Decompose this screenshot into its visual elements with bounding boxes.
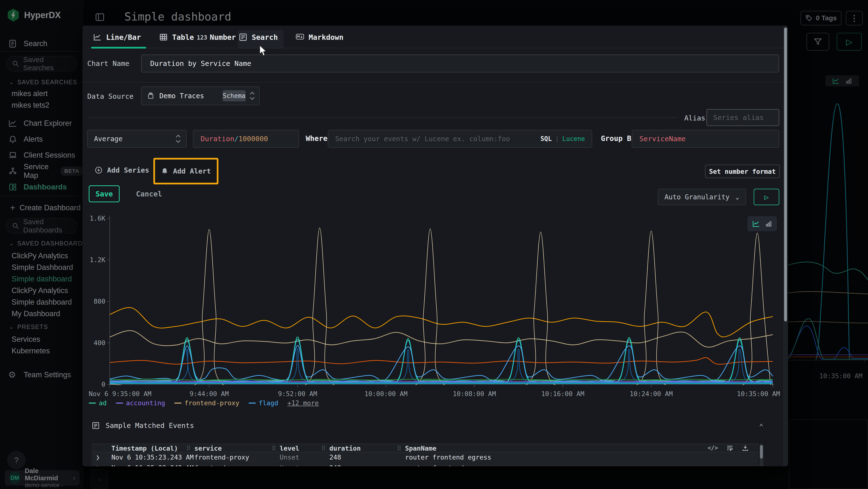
- chevron-down-icon: ⌄: [735, 193, 739, 201]
- column-header-duration[interactable]: duration: [329, 444, 361, 452]
- active-tab-underline: [91, 47, 146, 49]
- mouse-cursor: [257, 45, 268, 57]
- series-checkout: [110, 349, 773, 382]
- column-header-timestamp-local-[interactable]: Timestamp (Local): [112, 444, 178, 452]
- edit-chart-modal: Line/Bar Table 123Number Search Markdown…: [83, 26, 788, 466]
- legend-item-accounting[interactable]: accounting: [116, 399, 165, 407]
- tab-table[interactable]: Table: [159, 31, 194, 43]
- column-header-spanname[interactable]: SpanName: [405, 444, 436, 452]
- markdown-icon: [296, 33, 304, 41]
- lucene-toggle[interactable]: Lucene: [562, 135, 585, 142]
- group-by-input[interactable]: ServiceName: [632, 130, 779, 148]
- table-toolbar: </>: [708, 444, 749, 452]
- drag-handle-icon[interactable]: ⠿: [397, 445, 401, 452]
- legend-swatch: [249, 403, 256, 404]
- schema-badge: Schema: [222, 90, 246, 102]
- add-series-button[interactable]: Add Series: [94, 166, 149, 174]
- svg-text:10:00:00 AM: 10:00:00 AM: [364, 390, 407, 398]
- alias-input[interactable]: Series alias: [707, 109, 779, 126]
- drag-handle-icon[interactable]: ⠿: [321, 445, 326, 452]
- selector-chevrons-icon: [250, 92, 254, 99]
- table-icon: [159, 33, 168, 41]
- collapse-section-chevron[interactable]: ⌃: [759, 422, 763, 431]
- granularity-select[interactable]: Auto Granularity ⌄: [658, 189, 746, 205]
- cell-service: frontend-proxy: [194, 454, 249, 461]
- list-search-icon: [239, 33, 247, 41]
- svg-text:10:35:00 AM: 10:35:00 AM: [737, 390, 780, 398]
- cell-spanname: router frontend egress: [405, 464, 491, 466]
- where-label: Where: [306, 134, 328, 143]
- svg-text:0: 0: [101, 381, 105, 388]
- where-search-input[interactable]: Search your events w/ Lucene ex. column:…: [328, 130, 592, 148]
- run-chart-button[interactable]: ▷: [754, 189, 779, 205]
- expand-row-chevron[interactable]: ❯: [96, 454, 100, 461]
- chart-name-label: Chart Name: [87, 59, 129, 67]
- tab-markdown[interactable]: Markdown: [296, 31, 344, 43]
- legend-swatch: [89, 403, 96, 404]
- table-row[interactable]: ❯Nov 6 10:35:23.243 AMfrontend-proxyUnse…: [92, 452, 758, 462]
- cell-timestamp-local-: Nov 6 10:35:23.243 AM: [112, 464, 194, 466]
- cell-duration: 248: [329, 464, 341, 466]
- svg-text:10:24:00 AM: 10:24:00 AM: [629, 390, 673, 398]
- column-header-level[interactable]: level: [280, 444, 299, 452]
- cell-level: Unset: [280, 454, 299, 461]
- download-icon[interactable]: [742, 444, 749, 452]
- wrap-text-icon[interactable]: [726, 444, 734, 452]
- drag-handle-icon[interactable]: ⠿: [186, 445, 191, 452]
- list-icon: [92, 422, 100, 430]
- cell-service: frontend-proxy: [194, 464, 249, 466]
- cell-timestamp-local-: Nov 6 10:35:23.243 AM: [112, 454, 194, 461]
- cell-level: Unset: [280, 464, 299, 466]
- alias-label: Alias: [684, 114, 705, 122]
- table-scrollbar[interactable]: [760, 443, 763, 466]
- svg-text:10:08:00 AM: 10:08:00 AM: [453, 390, 496, 398]
- save-button[interactable]: Save: [89, 185, 120, 202]
- data-source-select[interactable]: Demo Traces Schema: [141, 86, 260, 105]
- cell-spanname: router frontend egress: [405, 454, 491, 461]
- modal-scrollbar[interactable]: [783, 26, 788, 466]
- svg-text:1.6K: 1.6K: [90, 214, 105, 222]
- expand-row-chevron[interactable]: ❯: [96, 464, 100, 466]
- legend-swatch: [116, 403, 123, 404]
- series-quote: [110, 358, 773, 365]
- legend-item-flagd[interactable]: flagd: [249, 399, 278, 407]
- svg-text:400: 400: [94, 339, 105, 347]
- bell-icon: [161, 167, 168, 175]
- field-expression-input[interactable]: Duration/1000000: [193, 130, 299, 148]
- timeseries-chart[interactable]: 04008001.2K1.6KNov 6 9:35:00 AM9:44:00 A…: [87, 212, 781, 405]
- series-flagd: [110, 345, 773, 381]
- play-icon: ▷: [764, 193, 769, 201]
- modal-scrollbar-thumb[interactable]: [784, 28, 787, 321]
- column-header-service[interactable]: service: [194, 444, 222, 452]
- table-row[interactable]: ❯Nov 6 10:35:23.243 AMfrontend-proxyUnse…: [92, 463, 758, 466]
- set-number-format-button[interactable]: Set number format: [705, 165, 780, 178]
- series-frontend-proxy: [110, 308, 773, 337]
- code-icon[interactable]: </>: [708, 444, 718, 451]
- tab-number[interactable]: 123Number: [197, 31, 236, 43]
- sql-toggle[interactable]: SQL: [540, 135, 552, 142]
- 123-icon: 123: [197, 33, 206, 41]
- sample-events-header: Sample Matched Events: [92, 422, 194, 430]
- table-scrollbar-thumb[interactable]: [760, 445, 763, 459]
- cancel-button[interactable]: Cancel: [136, 190, 162, 198]
- tab-search[interactable]: Search: [239, 31, 278, 43]
- table-header-row: Timestamp (Local)⠿service⠿level⠿duration…: [92, 443, 758, 452]
- drag-handle-icon[interactable]: ⠿: [272, 445, 276, 452]
- svg-text:800: 800: [94, 297, 105, 305]
- tab-line-bar[interactable]: Line/Bar: [93, 31, 141, 43]
- archive-box-icon: [147, 92, 155, 100]
- cell-duration: 248: [329, 454, 341, 461]
- svg-text:Nov 6 9:35:00 AM: Nov 6 9:35:00 AM: [89, 390, 151, 398]
- svg-text:9:52:00 AM: 9:52:00 AM: [278, 390, 317, 398]
- aggregation-select[interactable]: Average: [87, 130, 187, 148]
- legend-item-frontend-proxy[interactable]: frontend-proxy: [174, 399, 240, 407]
- add-alert-button-highlighted[interactable]: Add Alert: [153, 158, 218, 184]
- series-loadgenerator: [110, 331, 773, 347]
- series-cart: [110, 379, 773, 380]
- legend-more-link[interactable]: +12 more: [287, 399, 319, 407]
- legend-item-ad[interactable]: ad: [89, 399, 107, 407]
- svg-text:9:44:00 AM: 9:44:00 AM: [189, 390, 229, 398]
- line-chart-icon: [93, 33, 102, 41]
- chart-name-input[interactable]: Duration by Service Name: [141, 55, 779, 73]
- data-source-label: Data Source: [87, 92, 133, 100]
